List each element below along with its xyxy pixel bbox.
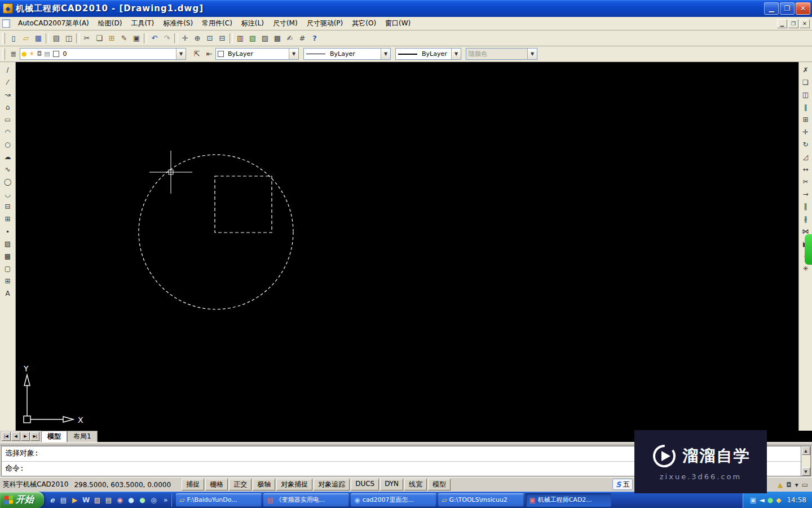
hatch-icon[interactable]: ▨ bbox=[2, 238, 14, 250]
make-block-icon[interactable]: ⊞ bbox=[2, 213, 14, 225]
new-icon[interactable]: ▯ bbox=[7, 32, 20, 45]
task-button[interactable]: ▤ 《变频器实用电... bbox=[263, 493, 349, 507]
zoom-window-icon[interactable]: ⊡ bbox=[204, 32, 216, 45]
tab-nav-button[interactable]: |◀ bbox=[2, 432, 11, 441]
design-center-icon[interactable]: ▧ bbox=[246, 32, 259, 45]
polyline-icon[interactable]: ↝ bbox=[2, 89, 14, 101]
extend-icon[interactable]: → bbox=[800, 188, 812, 200]
menu-item[interactable]: 标注(L) bbox=[237, 17, 268, 29]
circle-icon[interactable]: ○ bbox=[2, 138, 14, 151]
scale-icon[interactable]: ◿ bbox=[800, 151, 812, 163]
tab-nav-button[interactable]: ▶ bbox=[21, 432, 30, 441]
ie-icon[interactable]: e bbox=[47, 495, 57, 505]
separator[interactable] bbox=[46, 33, 49, 43]
layer-combo-arrow-icon[interactable]: ▼ bbox=[176, 49, 186, 59]
quick-launch-expand-icon[interactable]: » bbox=[162, 496, 169, 504]
break-icon[interactable]: ∦ bbox=[800, 213, 812, 225]
tray-volume-icon[interactable]: ◄ bbox=[759, 496, 764, 504]
layout-tab[interactable]: 模型 bbox=[41, 431, 67, 442]
point-icon[interactable]: ∙ bbox=[2, 225, 14, 238]
word-icon[interactable]: W bbox=[81, 495, 91, 505]
layer-freeze-sun-icon[interactable]: ☀ bbox=[29, 50, 35, 58]
app-icon[interactable]: ◆ bbox=[3, 3, 13, 14]
layout-tab[interactable]: 布局1 bbox=[67, 431, 98, 442]
markup-icon[interactable]: ✍ bbox=[284, 32, 296, 45]
linetype-combo-arrow-icon[interactable]: ▼ bbox=[381, 49, 390, 59]
sheet-set-icon[interactable]: ▩ bbox=[271, 32, 284, 45]
match-properties-icon[interactable]: ✎ bbox=[118, 32, 130, 45]
cut-icon[interactable]: ✂ bbox=[81, 32, 93, 45]
ellipse-arc-icon[interactable]: ◡ bbox=[2, 188, 14, 200]
region-icon[interactable]: ▢ bbox=[2, 262, 14, 275]
erase-icon[interactable]: ✗ bbox=[800, 64, 812, 76]
pan-icon[interactable]: ✛ bbox=[179, 32, 191, 45]
annotation-scale-icon[interactable]: ▲ bbox=[778, 481, 783, 489]
k-player-icon[interactable]: ◉ bbox=[115, 495, 125, 505]
quickcalc-icon[interactable]: # bbox=[296, 32, 308, 45]
start-button[interactable]: 开始 bbox=[0, 492, 44, 508]
drawn-square[interactable] bbox=[215, 176, 272, 233]
notepad-icon[interactable]: ▤ bbox=[104, 495, 113, 505]
construction-line-icon[interactable]: ⁄ bbox=[2, 76, 14, 89]
menu-item[interactable]: 工具(T) bbox=[126, 17, 158, 29]
multiline-text-icon[interactable]: A bbox=[2, 287, 14, 300]
tool-palettes-icon[interactable]: ▨ bbox=[259, 32, 271, 45]
layer-plot-icon[interactable]: ▤ bbox=[44, 50, 50, 58]
tray-network-icon[interactable]: ▣ bbox=[750, 496, 756, 504]
menu-item[interactable]: 常用件(C) bbox=[197, 17, 237, 29]
zoom-previous-icon[interactable]: ⊟ bbox=[216, 32, 228, 45]
close-button[interactable]: ✕ bbox=[796, 2, 810, 15]
revision-cloud-icon[interactable]: ☁ bbox=[2, 151, 14, 163]
rectangle-icon[interactable]: ▭ bbox=[2, 113, 14, 126]
undo-icon[interactable]: ↶ bbox=[148, 32, 161, 45]
block-editor-icon[interactable]: ▣ bbox=[130, 32, 143, 45]
status-toggle-button[interactable]: 对象捕捉 bbox=[276, 479, 312, 491]
menu-item[interactable]: 尺寸(M) bbox=[268, 17, 302, 29]
menu-item[interactable]: AutoCAD2007菜单(A) bbox=[14, 17, 94, 29]
table-icon[interactable]: ⊞ bbox=[2, 275, 14, 287]
help-icon[interactable]: ? bbox=[308, 32, 321, 45]
status-toggle-button[interactable]: 模型 bbox=[428, 479, 451, 491]
clean-screen-icon[interactable]: ▭ bbox=[802, 481, 808, 489]
status-toggle-button[interactable]: 对象追踪 bbox=[314, 479, 350, 491]
toolbar-grip[interactable] bbox=[2, 49, 5, 60]
status-toggle-button[interactable]: 正交 bbox=[229, 479, 251, 491]
separator[interactable] bbox=[174, 33, 178, 43]
tray-security-icon[interactable]: ● bbox=[767, 496, 773, 504]
restore-button[interactable]: ❐ bbox=[780, 2, 795, 15]
line-icon[interactable]: ∕ bbox=[2, 64, 14, 76]
status-menu-arrow-icon[interactable]: ▾ bbox=[795, 481, 798, 489]
mirror-icon[interactable]: ◫ bbox=[800, 89, 812, 101]
stretch-icon[interactable]: ↔ bbox=[800, 163, 812, 176]
scroll-down-icon[interactable]: ▼ bbox=[802, 467, 810, 476]
qq-icon[interactable]: ● bbox=[126, 495, 136, 505]
menu-item[interactable]: 绘图(D) bbox=[94, 17, 127, 29]
layer-on-bulb-icon[interactable]: ● bbox=[21, 50, 27, 58]
copy-object-icon[interactable]: ❏ bbox=[800, 76, 812, 89]
tab-nav-button[interactable]: ◀ bbox=[11, 432, 20, 441]
layer-combo[interactable]: ● ☀ ◘ ▤ 0 ▼ bbox=[20, 48, 186, 60]
mdi-minimize-button[interactable]: ▁ bbox=[777, 19, 787, 28]
task-button[interactable]: ▣ 机械工程师CAD2... bbox=[526, 493, 611, 507]
break-at-point-icon[interactable]: ‖ bbox=[800, 200, 812, 213]
green-app-icon[interactable]: ● bbox=[138, 495, 147, 505]
menu-item[interactable]: 窗口(W) bbox=[381, 17, 415, 29]
tray-ime-icon[interactable]: ◆ bbox=[776, 496, 781, 504]
paste-icon[interactable]: ⊞ bbox=[105, 32, 118, 45]
media-player-icon[interactable]: ▶ bbox=[70, 495, 80, 505]
array-icon[interactable]: ⊞ bbox=[800, 113, 812, 126]
polygon-icon[interactable]: ⌂ bbox=[2, 101, 14, 113]
tab-nav-button[interactable]: ▶| bbox=[30, 432, 39, 441]
task-button[interactable]: ▱ G:\TOOLS\msicuu2 bbox=[438, 493, 524, 507]
separator[interactable] bbox=[230, 33, 233, 43]
plot-preview-icon[interactable]: ◫ bbox=[63, 32, 75, 45]
copy-clip-icon[interactable]: ❏ bbox=[93, 32, 105, 45]
properties-icon[interactable]: ▥ bbox=[234, 32, 246, 45]
linetype-combo[interactable]: ByLayer ▼ bbox=[303, 48, 391, 60]
task-button[interactable]: ▱ F:\BaiduYunDo... bbox=[176, 493, 262, 507]
gradient-icon[interactable]: ▩ bbox=[2, 250, 14, 262]
show-desktop-icon[interactable]: ▤ bbox=[59, 495, 68, 505]
toolbar-grip[interactable] bbox=[2, 33, 5, 44]
floating-green-badge[interactable] bbox=[805, 234, 812, 265]
drawing-canvas[interactable]: Y X bbox=[16, 62, 798, 431]
